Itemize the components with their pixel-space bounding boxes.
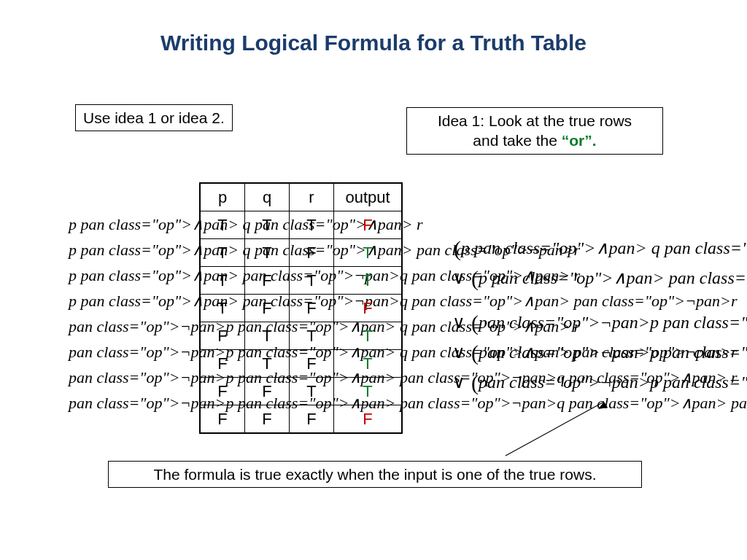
dnf-formula: (p pan class="op">∧pan> q pan class="op"… — [452, 233, 747, 397]
cell-r: T — [290, 211, 334, 239]
hint-right-line1: Idea 1: Look at the true rows — [438, 112, 632, 129]
cell-p: F — [200, 322, 245, 350]
cell-output: T — [334, 378, 403, 405]
cell-q: T — [245, 322, 290, 350]
hint-left-box: Use idea 1 or idea 2. — [75, 104, 233, 131]
row-conjunction: p pan class="op">∧pan> q pan class="op">… — [69, 211, 196, 237]
row-conjunction: pan class="op">¬pan>p pan class="op">∧pa… — [69, 390, 196, 416]
row-conjunction: pan class="op">¬pan>p pan class="op">∧pa… — [69, 339, 196, 365]
formula-line: ∨ (pan class="op">¬pan>p pan class="op">… — [452, 368, 747, 397]
header-q: q — [245, 183, 290, 211]
cell-q: F — [245, 295, 290, 322]
cell-output: F — [334, 405, 403, 434]
formula-line: ∨ (p pan class="op">∧pan> pan class="op"… — [452, 263, 747, 293]
cell-p: F — [200, 350, 245, 378]
row-conjunction: p pan class="op">∧pan> q pan class="op">… — [69, 237, 196, 262]
row-conjunction: pan class="op">¬pan>p pan class="op">∧pa… — [69, 314, 196, 339]
cell-p: T — [200, 239, 245, 267]
cell-output: T — [334, 322, 403, 350]
hint-right-line2a: and take the — [473, 132, 561, 149]
cell-p: F — [200, 378, 245, 405]
hint-right-highlight: “or”. — [562, 132, 597, 149]
cell-r: F — [290, 405, 334, 434]
cell-r: F — [290, 239, 334, 267]
header-r: r — [290, 183, 334, 211]
table-row: FFTT — [200, 378, 402, 405]
cell-r: T — [290, 267, 334, 295]
header-output: output — [334, 183, 403, 211]
formula-line: (p pan class="op">∧pan> q pan class="op"… — [452, 233, 747, 263]
table-row: TFFF — [200, 295, 402, 322]
cell-r: T — [290, 378, 334, 405]
cell-r: F — [290, 295, 334, 322]
cell-output: T — [334, 239, 403, 267]
cell-p: T — [200, 295, 245, 322]
table-row: TTTF — [200, 211, 402, 239]
cell-q: F — [245, 405, 290, 434]
table-row: FTFT — [200, 350, 402, 378]
hint-right-box: Idea 1: Look at the true rows and take t… — [406, 107, 663, 155]
cell-q: T — [245, 350, 290, 378]
cell-r: F — [290, 350, 334, 378]
row-conjunction-list: p pan class="op">∧pan> q pan class="op">… — [69, 211, 196, 416]
formula-line: ∨ (pan class="op">¬pan>p pan class="op">… — [452, 338, 747, 368]
cell-p: T — [200, 267, 245, 295]
cell-output: T — [334, 267, 403, 295]
cell-q: T — [245, 211, 290, 239]
cell-p: F — [200, 405, 245, 434]
formula-line: ∨ (pan class="op">¬pan>p pan class="op">… — [452, 308, 747, 338]
row-conjunction: p pan class="op">∧pan> pan class="op">¬p… — [69, 288, 196, 314]
cell-output: F — [334, 211, 403, 239]
cell-q: F — [245, 267, 290, 295]
footer-note: The formula is true exactly when the inp… — [108, 461, 642, 488]
cell-p: T — [200, 211, 245, 239]
table-row: FTTT — [200, 322, 402, 350]
cell-output: T — [334, 350, 403, 378]
header-p: p — [200, 183, 245, 211]
table-row: TTFT — [200, 239, 402, 267]
cell-q: T — [245, 239, 290, 267]
page-title: Writing Logical Formula for a Truth Tabl… — [0, 31, 747, 55]
row-conjunction: p pan class="op">∧pan> pan class="op">¬p… — [69, 262, 196, 288]
table-row: FFFF — [200, 405, 402, 434]
cell-output: F — [334, 295, 403, 322]
cell-r: T — [290, 322, 334, 350]
cell-q: F — [245, 378, 290, 405]
table-header-row: p q r output — [200, 183, 402, 211]
truth-table: p q r output TTTFTTFTTFTTTFFFFTTTFTFTFFT… — [199, 182, 403, 434]
table-row: TFTT — [200, 267, 402, 295]
row-conjunction: pan class="op">¬pan>p pan class="op">∧pa… — [69, 365, 196, 390]
